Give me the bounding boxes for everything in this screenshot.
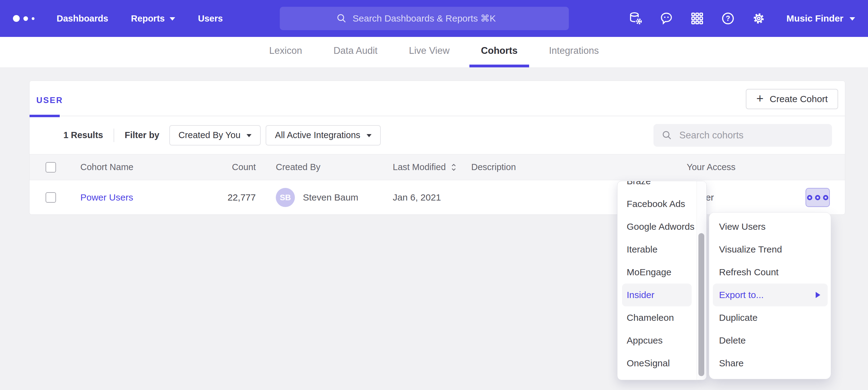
- menu-item-export-to[interactable]: Export to...: [713, 284, 828, 306]
- col-cohort-name: Cohort Name: [80, 162, 210, 172]
- project-name: Music Finder: [786, 13, 843, 24]
- col-count: Count: [210, 162, 256, 172]
- submenu-item-facebook-ads[interactable]: Facebook Ads: [617, 193, 706, 215]
- submenu-item-moengage[interactable]: MoEngage: [617, 261, 706, 284]
- submenu-item-chameleon[interactable]: Chameleon: [617, 306, 706, 329]
- row-checkbox[interactable]: [45, 192, 56, 203]
- submenu-item-google-adwords[interactable]: Google Adwords: [617, 215, 706, 238]
- integration-list: Braze Facebook Ads Google Adwords Iterab…: [617, 181, 706, 375]
- project-selector[interactable]: Music Finder: [786, 13, 855, 24]
- row-context-menu: View Users Visualize Trend Refresh Count…: [709, 212, 831, 379]
- divider: [114, 129, 114, 142]
- menu-item-delete[interactable]: Delete: [709, 329, 831, 352]
- filter-active-integrations[interactable]: All Active Integrations: [266, 125, 380, 145]
- avatar: SB: [276, 188, 295, 207]
- feedback-icon[interactable]: [659, 11, 674, 26]
- col-created-by: Created By: [256, 162, 393, 172]
- create-cohort-button[interactable]: + Create Cohort: [746, 89, 838, 109]
- ellipsis-icon: [807, 195, 812, 200]
- search-icon: [661, 130, 673, 141]
- apps-grid-icon[interactable]: [690, 11, 705, 26]
- top-right-tools: ? Music Finder: [628, 0, 855, 37]
- help-icon[interactable]: ?: [720, 11, 735, 26]
- tab-user-cohorts[interactable]: USER: [36, 96, 63, 105]
- menu-item-share[interactable]: Share: [709, 352, 831, 375]
- submenu-scrollbar-thumb[interactable]: [699, 233, 704, 376]
- cohort-name-link[interactable]: Power Users: [80, 192, 133, 202]
- export-to-submenu: Braze Facebook Ads Google Adwords Iterab…: [617, 181, 707, 380]
- search-icon: [336, 13, 347, 24]
- table-header: Cohort Name Count Created By Last Modifi…: [30, 154, 845, 180]
- submenu-item-insider[interactable]: Insider: [622, 284, 692, 306]
- nav-dashboards[interactable]: Dashboards: [57, 13, 108, 24]
- select-all-checkbox[interactable]: [45, 162, 56, 172]
- plus-icon: +: [756, 92, 763, 105]
- sort-icon: [450, 163, 458, 172]
- col-your-access: Your Access: [687, 162, 845, 172]
- chevron-down-icon: [169, 17, 175, 21]
- menu-item-view-users[interactable]: View Users: [709, 215, 831, 238]
- chevron-down-icon: [367, 134, 372, 137]
- tab-cohorts[interactable]: Cohorts: [469, 37, 529, 67]
- settings-gear-icon[interactable]: [751, 11, 766, 26]
- global-search-input[interactable]: [353, 13, 513, 24]
- submenu-item-onesignal[interactable]: OneSignal: [617, 352, 706, 375]
- mixpanel-logo-icon[interactable]: [13, 15, 34, 22]
- nav-users[interactable]: Users: [198, 13, 223, 24]
- cohort-search[interactable]: [653, 124, 832, 147]
- cohort-type-tabs: USER + Create Cohort: [30, 81, 845, 116]
- last-modified-date: Jan 6, 2021: [393, 192, 441, 203]
- filter-created-by[interactable]: Created By You: [169, 125, 261, 145]
- tab-lexicon[interactable]: Lexicon: [258, 37, 314, 67]
- col-description: Description: [471, 162, 687, 172]
- menu-item-refresh-count[interactable]: Refresh Count: [709, 261, 831, 284]
- menu-item-visualize-trend[interactable]: Visualize Trend: [709, 238, 831, 261]
- tab-live-view[interactable]: Live View: [397, 37, 461, 67]
- cohorts-card: USER + Create Cohort 1 Results Filter by…: [29, 80, 845, 215]
- tab-data-audit[interactable]: Data Audit: [322, 37, 389, 67]
- col-last-modified[interactable]: Last Modified: [393, 162, 471, 172]
- submenu-item-appcues[interactable]: Appcues: [617, 329, 706, 352]
- row-actions-button[interactable]: [806, 188, 830, 207]
- created-by-name: Steven Baum: [303, 192, 358, 203]
- filter-by-label: Filter by: [125, 130, 159, 140]
- nav-reports[interactable]: Reports: [131, 13, 176, 24]
- primary-nav: Dashboards Reports Users: [57, 13, 223, 24]
- cohort-search-input[interactable]: [679, 130, 824, 141]
- section-tabs: Lexicon Data Audit Live View Cohorts Int…: [0, 37, 868, 68]
- table-row: Power Users 22,777 SB Steven Baum Jan 6,…: [30, 180, 845, 215]
- chevron-down-icon: [247, 134, 251, 137]
- screen: Dashboards Reports Users: [0, 0, 868, 390]
- chevron-down-icon: [849, 17, 855, 21]
- submenu-item-iterable[interactable]: Iterable: [617, 238, 706, 261]
- filter-toolbar: 1 Results Filter by Created By You All A…: [30, 116, 845, 154]
- top-navigation-bar: Dashboards Reports Users: [0, 0, 868, 37]
- global-search[interactable]: [280, 7, 569, 30]
- submenu-arrow-icon: [816, 292, 820, 298]
- cohort-count: 22,777: [227, 192, 256, 202]
- data-management-icon[interactable]: [628, 11, 643, 26]
- tab-integrations[interactable]: Integrations: [537, 37, 610, 67]
- submenu-item-braze[interactable]: Braze: [617, 181, 706, 193]
- results-count: 1 Results: [63, 130, 103, 140]
- menu-item-duplicate[interactable]: Duplicate: [709, 306, 831, 329]
- svg-text:?: ?: [726, 14, 730, 23]
